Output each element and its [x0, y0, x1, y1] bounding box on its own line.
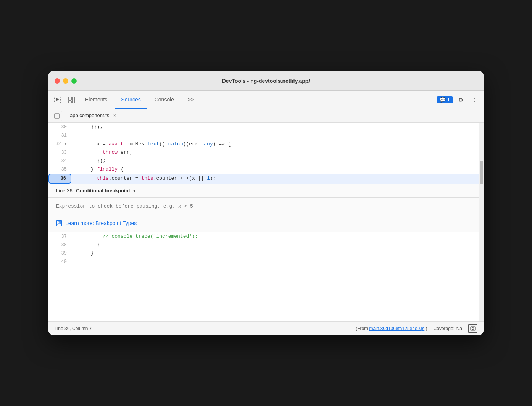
line-number-37: 37 [48, 232, 71, 241]
traffic-lights [55, 78, 77, 84]
line-number-38: 38 [48, 241, 71, 249]
table-row[interactable]: 38 } [48, 241, 479, 249]
line-number-34: 34 [48, 157, 71, 165]
table-row[interactable]: 37 // console.trace('incremented'); [48, 232, 479, 241]
window-title: DevTools - ng-devtools.netlify.app/ [222, 78, 310, 84]
tab-sources[interactable]: Sources [115, 91, 147, 109]
line-content-34: }); [71, 157, 479, 165]
bp-link-area: Learn more: Breakpoint Types [48, 214, 479, 232]
line-number-35: 35 [48, 165, 71, 174]
file-tab-close-button[interactable]: × [111, 113, 118, 119]
svg-rect-4 [55, 114, 59, 118]
line-content-30: }}); [71, 123, 479, 131]
table-row[interactable]: 36 this.counter = this.counter + +(x || … [48, 174, 479, 184]
line-number-31: 31 [48, 131, 71, 140]
line-number-32: 32 ▼ [48, 140, 71, 148]
svg-rect-3 [72, 97, 74, 103]
bp-line-label: Line 36: [56, 188, 74, 193]
file-tab-app-component[interactable]: app.component.ts × [65, 109, 122, 122]
svg-rect-2 [68, 101, 71, 103]
sidebar-toggle-button[interactable] [52, 111, 62, 121]
tab-more[interactable]: >> [182, 91, 200, 109]
code-area: 30 }}); 31 32 ▼ x = await numRes.text().… [48, 123, 479, 321]
tab-console[interactable]: Console [148, 91, 180, 109]
line-content-33: throw err; [71, 148, 479, 157]
devtools-window: DevTools - ng-devtools.netlify.app/ Elem… [48, 71, 484, 335]
devtools-tabbar: Elements Sources Console >> 💬 1 ⚙ ⋮ [48, 91, 484, 109]
message-icon: 💬 [440, 97, 446, 103]
line-content-32: x = await numRes.text().catch((err: any)… [71, 140, 479, 148]
close-button[interactable] [55, 78, 60, 84]
table-row[interactable]: 30 }}); [48, 123, 479, 131]
line-number-36: 36 [48, 174, 71, 184]
table-row[interactable]: 39 } [48, 249, 479, 258]
statusbar-right: (From main.80d1368fa125e4e0.js ) Coverag… [356, 324, 477, 333]
line-content-38: } [71, 241, 479, 249]
table-row[interactable]: 35 } finally { [48, 165, 479, 174]
bp-input-area [48, 198, 479, 214]
gear-icon[interactable]: ⚙ [455, 94, 467, 106]
status-from-label: (From main.80d1368fa125e4e0.js ) [356, 326, 427, 331]
line-content-36: this.counter = this.counter + +(x || 1); [71, 174, 479, 183]
bp-dropdown-arrow[interactable]: ▼ [132, 188, 137, 193]
three-dots-icon[interactable]: ⋮ [468, 94, 480, 106]
code-container: 30 }}); 31 32 ▼ x = await numRes.text().… [48, 123, 484, 321]
line-number-39: 39 [48, 249, 71, 258]
screenshot-icon[interactable] [468, 324, 477, 333]
line-content-35: } finally { [71, 165, 479, 174]
line-content-39: } [71, 249, 479, 258]
message-count: 1 [447, 97, 450, 103]
cursor-tool-icon[interactable] [52, 91, 64, 109]
message-badge[interactable]: 💬 1 [437, 96, 453, 103]
status-coverage: Coverage: n/a [434, 326, 462, 331]
table-row[interactable]: 32 ▼ x = await numRes.text().catch((err:… [48, 140, 479, 148]
file-tabbar: app.component.ts × [48, 109, 484, 123]
tab-elements[interactable]: Elements [79, 91, 113, 109]
line-number-33: 33 [48, 148, 71, 157]
table-row[interactable]: 31 [48, 131, 479, 140]
bp-learn-more-link[interactable]: Learn more: Breakpoint Types [56, 220, 471, 226]
statusbar: Line 36, Column 7 (From main.80d1368fa12… [48, 321, 484, 335]
table-row[interactable]: 33 throw err; [48, 148, 479, 157]
scrollbar[interactable] [479, 123, 484, 321]
maximize-button[interactable] [71, 78, 77, 84]
inspect-element-icon[interactable] [65, 91, 77, 109]
minimize-button[interactable] [63, 78, 68, 84]
tabbar-right: 💬 1 ⚙ ⋮ [437, 91, 480, 109]
line-content-37: // console.trace('incremented'); [71, 232, 479, 241]
svg-rect-1 [68, 97, 71, 100]
bp-learn-more-text: Learn more: Breakpoint Types [65, 220, 137, 226]
table-row[interactable]: 40 [48, 258, 479, 266]
status-from-file-link[interactable]: main.80d1368fa125e4e0.js [369, 326, 424, 331]
status-position: Line 36, Column 7 [55, 326, 92, 331]
line-number-40: 40 [48, 258, 71, 266]
svg-point-7 [472, 327, 474, 329]
line-number-30: 30 [48, 123, 71, 131]
external-link-icon [56, 220, 62, 226]
file-tab-name: app.component.ts [70, 113, 109, 118]
bp-header: Line 36: Conditional breakpoint ▼ [48, 184, 479, 198]
code-lines-before: 30 }}); 31 32 ▼ x = await numRes.text().… [48, 123, 479, 184]
titlebar: DevTools - ng-devtools.netlify.app/ [48, 71, 484, 91]
bp-expression-input[interactable] [56, 203, 471, 209]
svg-rect-6 [471, 327, 475, 330]
scrollbar-thumb[interactable] [480, 161, 483, 184]
code-lines-after: 37 // console.trace('incremented'); 38 }… [48, 232, 479, 266]
table-row[interactable]: 34 }); [48, 157, 479, 165]
bp-type-label: Conditional breakpoint [76, 188, 130, 193]
breakpoint-popup: Line 36: Conditional breakpoint ▼ Lea [48, 184, 479, 232]
